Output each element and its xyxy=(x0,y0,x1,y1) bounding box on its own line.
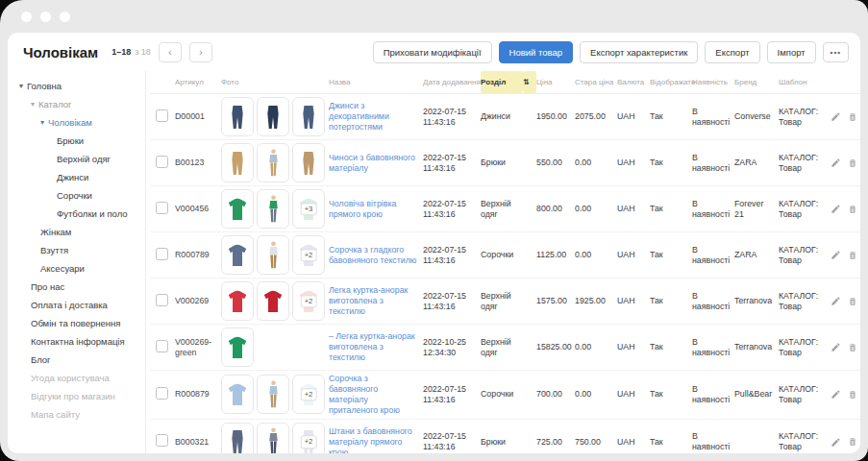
product-photo-thumbnail[interactable] xyxy=(257,143,289,182)
product-photo-thumbnail[interactable] xyxy=(257,189,289,229)
sidebar-item-Мапа сайту[interactable]: Мапа сайту xyxy=(8,405,145,424)
edit-icon[interactable] xyxy=(831,250,841,261)
product-photo-thumbnail[interactable] xyxy=(257,375,289,414)
product-sku: B00123 xyxy=(175,155,221,171)
delete-icon[interactable] xyxy=(848,250,857,261)
product-photo-thumbnail[interactable] xyxy=(221,375,254,414)
column-header-old_price[interactable]: Стара ціна xyxy=(575,78,617,86)
date-added: 2022-07-15 11:43:16 xyxy=(423,104,481,131)
product-photo-thumbnail[interactable] xyxy=(257,235,289,275)
row-checkbox[interactable] xyxy=(156,340,168,352)
export-characteristics-button[interactable]: Експорт характеристик xyxy=(580,41,698,63)
sidebar-item-Відгуки про магазин[interactable]: Відгуки про магазин xyxy=(8,387,145,405)
column-header-stock[interactable]: Наявність xyxy=(692,78,734,86)
edit-icon[interactable] xyxy=(831,204,841,215)
sidebar-item-Сорочки[interactable]: Сорочки xyxy=(8,186,145,205)
edit-icon[interactable] xyxy=(831,436,841,448)
sidebar-item-Аксесуари[interactable]: Аксесуари xyxy=(8,259,145,278)
sidebar-item-Головна[interactable]: ▾Головна xyxy=(8,77,145,95)
delete-icon[interactable] xyxy=(848,111,857,123)
row-checkbox[interactable] xyxy=(156,202,168,214)
next-page-button[interactable]: › xyxy=(189,42,212,62)
sidebar-item-Про нас[interactable]: Про нас xyxy=(8,278,145,296)
sidebar-item-Брюки[interactable]: Брюки xyxy=(8,132,145,150)
delete-icon[interactable] xyxy=(848,436,857,448)
product-name-link[interactable]: Сорочка з гладкого бавовняного текстилю xyxy=(329,242,423,269)
row-checkbox[interactable] xyxy=(156,109,168,122)
minimize-window-dot[interactable] xyxy=(40,12,51,22)
column-header-sku[interactable]: Артикул xyxy=(175,78,221,86)
product-photo-thumbnail[interactable] xyxy=(221,281,254,321)
product-name-link[interactable]: Штани з бавовняного матеріалу прямого кр… xyxy=(329,424,423,453)
column-header-display[interactable]: Відображати xyxy=(650,78,692,86)
product-photo-thumbnail[interactable]: +2 xyxy=(292,423,325,453)
product-photo-thumbnail[interactable] xyxy=(257,281,289,321)
column-header-currency[interactable]: Валюта xyxy=(617,78,650,86)
import-button[interactable]: Імпорт xyxy=(767,41,816,63)
delete-icon[interactable] xyxy=(848,296,857,307)
product-photo-thumbnail[interactable] xyxy=(292,97,325,136)
sidebar-item-Взуття[interactable]: Взуття xyxy=(8,241,145,259)
edit-icon[interactable] xyxy=(831,158,841,169)
product-photo-thumbnail[interactable] xyxy=(221,328,254,367)
sidebar-item-Контактна інформація[interactable]: Контактна інформація xyxy=(8,332,145,351)
product-photo-thumbnail[interactable] xyxy=(221,189,254,229)
product-photo-thumbnail[interactable] xyxy=(257,97,289,136)
sidebar-item-Чоловікам[interactable]: ▾Чоловікам xyxy=(8,113,145,132)
product-name-link[interactable]: – Легка куртка-анорак виготовлена з текс… xyxy=(329,328,423,366)
new-product-button[interactable]: Новий товар xyxy=(499,41,573,63)
export-button[interactable]: Експорт xyxy=(705,41,759,63)
delete-icon[interactable] xyxy=(848,342,857,353)
row-checkbox[interactable] xyxy=(156,434,168,447)
close-window-dot[interactable] xyxy=(21,12,32,22)
product-photo-thumbnail[interactable] xyxy=(257,423,289,453)
prev-page-button[interactable]: ‹ xyxy=(159,42,182,62)
product-photo-thumbnail[interactable]: +2 xyxy=(292,281,325,321)
sidebar-item-Каталог[interactable]: ▾Каталог xyxy=(8,95,145,113)
edit-icon[interactable] xyxy=(831,111,841,123)
sidebar-item-Джинси[interactable]: Джинси xyxy=(8,168,145,186)
delete-icon[interactable] xyxy=(848,204,857,215)
column-header-name[interactable]: Назва xyxy=(329,78,423,86)
product-name-link[interactable]: Чиноси з бавовняного матеріалу xyxy=(329,150,423,177)
delete-icon[interactable] xyxy=(848,158,857,169)
product-photo-thumbnail[interactable]: +2 xyxy=(292,235,325,275)
hide-modifications-button[interactable]: Приховати модифікації xyxy=(373,41,492,63)
product-photo-thumbnail[interactable]: +3 xyxy=(292,189,325,229)
delete-icon[interactable] xyxy=(848,389,857,400)
edit-icon[interactable] xyxy=(831,342,841,353)
product-name-link[interactable]: Чоловіча вітрівка прямого крою xyxy=(329,196,423,223)
edit-icon[interactable] xyxy=(831,296,841,307)
sidebar-item-Оплата і доставка[interactable]: Оплата і доставка xyxy=(8,296,145,314)
product-photo-thumbnail[interactable]: +2 xyxy=(292,375,325,414)
product-name-link[interactable]: Легка куртка-анорак виготовлена з тексти… xyxy=(329,282,423,320)
row-checkbox[interactable] xyxy=(156,294,168,306)
sidebar-item-Блог[interactable]: Блог xyxy=(8,351,145,369)
column-header-photos[interactable]: Фото xyxy=(221,78,329,86)
product-brand xyxy=(734,439,779,445)
sidebar-item-Обмін та повернення[interactable]: Обмін та повернення xyxy=(8,314,145,332)
sidebar-item-Футболки и поло[interactable]: Футболки и поло xyxy=(8,205,145,223)
column-header-sort[interactable]: ⇅ xyxy=(523,71,536,93)
edit-icon[interactable] xyxy=(831,389,841,400)
column-header-section[interactable]: Розділ xyxy=(481,71,523,93)
more-actions-button[interactable]: ••• xyxy=(823,42,849,62)
product-photo-thumbnail[interactable] xyxy=(221,143,254,182)
sidebar-item-Жінкам[interactable]: Жінкам xyxy=(8,223,145,241)
column-header-date[interactable]: Дата додавання xyxy=(423,78,481,86)
sidebar-item-Угода користувача[interactable]: Угода користувача xyxy=(8,369,145,387)
column-header-price[interactable]: Ціна xyxy=(536,78,575,86)
row-checkbox[interactable] xyxy=(156,156,168,168)
zoom-window-dot[interactable] xyxy=(60,12,70,22)
row-checkbox[interactable] xyxy=(156,387,168,400)
row-checkbox[interactable] xyxy=(156,248,168,260)
column-header-template[interactable]: Шаблон xyxy=(779,78,825,86)
sidebar-item-Верхній одяг[interactable]: Верхній одяг xyxy=(8,150,145,168)
column-header-brand[interactable]: Бренд xyxy=(734,78,779,86)
product-photo-thumbnail[interactable] xyxy=(292,143,325,182)
product-photo-thumbnail[interactable] xyxy=(221,235,254,275)
product-name-link[interactable]: Сорочка з бавовняного матеріалу притален… xyxy=(329,371,423,419)
product-name-link[interactable]: Джинси з декоративними потертостями xyxy=(329,98,423,135)
product-photo-thumbnail[interactable] xyxy=(221,97,254,136)
product-photo-thumbnail[interactable] xyxy=(221,423,254,453)
